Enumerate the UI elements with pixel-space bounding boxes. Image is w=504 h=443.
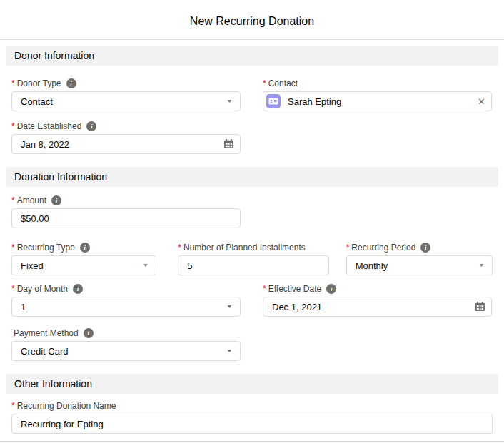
field-payment-method: Payment Method i ▼ [11, 328, 241, 361]
day-of-month-label: * Day of Month i [11, 284, 241, 294]
label-text: Day of Month [17, 284, 68, 294]
required-asterisk: * [11, 195, 15, 205]
label-text: Contact [268, 78, 298, 88]
recurring-donation-name-control [11, 414, 493, 434]
date-established-input[interactable] [11, 134, 241, 154]
date-established-label: * Date Established i [11, 121, 241, 131]
required-asterisk: * [11, 78, 15, 88]
label-text: Recurring Donation Name [17, 401, 116, 411]
contact-lookup: ✕ [263, 91, 492, 111]
info-icon[interactable]: i [326, 284, 336, 294]
footer-divider [0, 441, 504, 442]
calendar-icon[interactable] [222, 138, 236, 151]
amount-input[interactable] [11, 208, 241, 228]
planned-installments-label: * Number of Planned Installments [178, 243, 328, 253]
info-icon[interactable]: i [84, 328, 94, 338]
contact-record-icon [266, 94, 281, 108]
section-header-donation-information: Donation Information [6, 167, 498, 187]
contact-input[interactable] [263, 91, 492, 111]
required-asterisk: * [263, 78, 266, 88]
field-planned-installments: * Number of Planned Installments [178, 243, 328, 275]
planned-installments-input[interactable] [178, 255, 328, 275]
required-asterisk: * [11, 243, 15, 253]
payment-method-combobox[interactable]: ▼ [11, 341, 241, 361]
amount-label: * Amount i [11, 195, 241, 205]
field-effective-date: * Effective Date i [263, 284, 492, 317]
recurring-donation-name-label: * Recurring Donation Name [11, 401, 493, 411]
effective-date-datepicker [263, 297, 492, 317]
field-recurring-donation-name: * Recurring Donation Name [11, 401, 493, 434]
page-title: New Recurring Donation [0, 0, 504, 40]
calendar-icon[interactable] [473, 300, 487, 314]
label-text: Donor Type [17, 78, 61, 88]
info-icon[interactable]: i [80, 243, 90, 253]
section-title: Other Information [14, 378, 92, 389]
label-text: Number of Planned Installments [183, 243, 306, 253]
info-icon[interactable]: i [86, 121, 96, 131]
donor-type-combobox[interactable]: ▼ [11, 91, 241, 111]
label-text: Payment Method [14, 328, 79, 338]
label-text: Recurring Type [17, 243, 75, 253]
contact-label: * Contact [263, 78, 492, 88]
label-text: Date Established [17, 121, 82, 131]
recurring-type-input[interactable] [11, 255, 156, 275]
section-title: Donor Information [14, 50, 94, 61]
recurring-type-label: * Recurring Type i [11, 243, 156, 253]
recurring-period-input[interactable] [346, 255, 493, 275]
label-text: Effective Date [268, 284, 321, 294]
field-date-established: * Date Established i [11, 121, 241, 154]
required-asterisk: * [11, 121, 15, 131]
required-asterisk: * [11, 284, 15, 294]
required-asterisk: * [11, 401, 15, 411]
info-icon[interactable]: i [420, 243, 430, 253]
recurring-type-combobox[interactable]: ▼ [11, 255, 156, 275]
section-header-donor-information: Donor Information [6, 46, 498, 66]
label-text: Recurring Period [351, 243, 415, 253]
day-of-month-combobox[interactable]: ▼ [11, 297, 241, 317]
info-icon[interactable]: i [73, 284, 83, 294]
recurring-donation-name-input[interactable] [11, 414, 493, 434]
required-asterisk: * [178, 243, 181, 253]
recurring-period-combobox[interactable]: ▼ [346, 255, 493, 275]
planned-installments-control [178, 255, 328, 275]
section-title: Donation Information [14, 171, 107, 183]
payment-method-input[interactable] [11, 341, 241, 361]
info-icon[interactable]: i [51, 195, 61, 205]
section-header-other-information: Other Information [6, 374, 498, 394]
date-established-datepicker [11, 134, 241, 154]
required-asterisk: * [346, 243, 350, 253]
field-contact: * Contact ✕ [263, 78, 492, 111]
amount-control [11, 208, 241, 228]
effective-date-input[interactable] [263, 297, 492, 317]
effective-date-label: * Effective Date i [263, 284, 492, 294]
field-recurring-type: * Recurring Type i ▼ [11, 243, 156, 275]
field-day-of-month: * Day of Month i ▼ [11, 284, 241, 317]
info-icon[interactable]: i [66, 78, 76, 88]
required-asterisk: * [263, 284, 266, 294]
recurring-period-label: * Recurring Period i [346, 243, 493, 253]
donor-type-label: * Donor Type i [11, 78, 241, 88]
day-of-month-input[interactable] [11, 297, 241, 317]
field-recurring-period: * Recurring Period i ▼ [346, 243, 493, 275]
field-donor-type: * Donor Type i ▼ [11, 78, 241, 111]
field-amount: * Amount i [11, 195, 241, 228]
label-text: Amount [17, 195, 46, 205]
donor-type-input[interactable] [11, 91, 241, 111]
clear-icon[interactable]: ✕ [476, 96, 487, 108]
payment-method-label: Payment Method i [11, 328, 241, 338]
